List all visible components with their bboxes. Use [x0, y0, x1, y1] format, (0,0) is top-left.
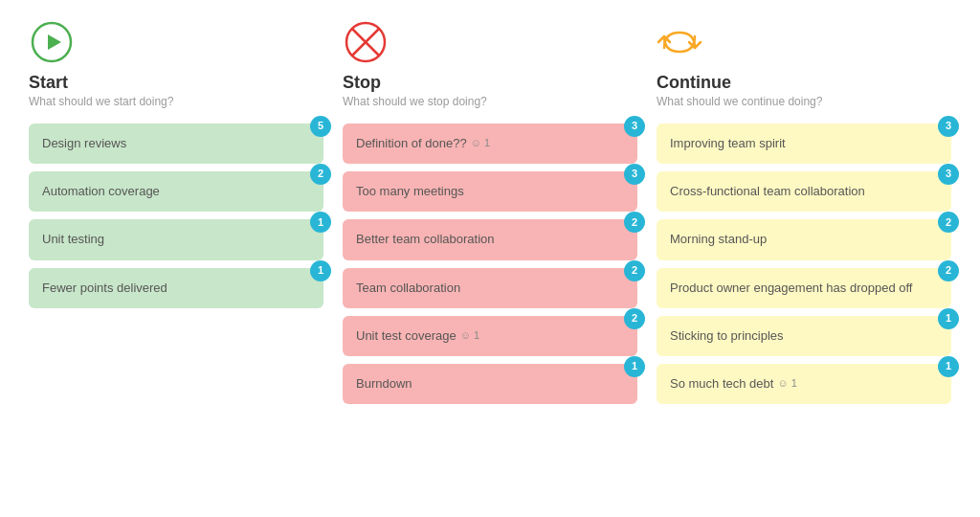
vote-badge: 3: [938, 164, 959, 185]
cards-list-stop: Definition of done?? ☺ 13Too many meetin…: [343, 124, 637, 404]
column-stop: StopWhat should we stop doing?Definition…: [343, 19, 637, 404]
list-item[interactable]: Sticking to principles1: [657, 316, 951, 356]
cards-list-start: Design reviews5Automation coverage2Unit …: [29, 124, 323, 308]
column-header-continue: ContinueWhat should we continue doing?: [657, 19, 951, 108]
card-text: Improving team spirit: [670, 135, 913, 152]
column-title-stop: Stop: [343, 73, 381, 93]
stop-icon: [343, 19, 389, 65]
comment-icon: ☺ 1: [471, 136, 490, 150]
card-text: So much tech debt ☺ 1: [670, 375, 913, 393]
card-text: Product owner engagement has dropped off: [670, 280, 913, 297]
list-item[interactable]: Morning stand-up2: [657, 219, 951, 259]
vote-badge: 3: [938, 116, 959, 137]
vote-badge: 5: [310, 116, 331, 137]
card-text: Too many meetings: [356, 183, 599, 200]
column-header-start: StartWhat should we start doing?: [29, 19, 323, 108]
vote-badge: 1: [310, 260, 331, 281]
list-item[interactable]: Too many meetings3: [343, 171, 637, 212]
vote-badge: 3: [624, 164, 645, 185]
card-text: Fewer points delivered: [42, 280, 285, 297]
column-subtitle-continue: What should we continue doing?: [657, 95, 822, 108]
cards-list-continue: Improving team spirit3Cross-functional t…: [657, 124, 951, 404]
list-item[interactable]: Definition of done?? ☺ 13: [343, 124, 637, 164]
vote-badge: 1: [310, 212, 331, 233]
list-item[interactable]: Team collaboration2: [343, 268, 637, 308]
comment-icon: ☺ 1: [777, 376, 796, 391]
card-text: Unit test coverage ☺ 1: [356, 327, 599, 345]
card-text: Sticking to principles: [670, 327, 913, 345]
card-text: Morning stand-up: [670, 231, 913, 248]
comment-icon: ☺ 1: [460, 328, 479, 343]
start-icon: [29, 19, 75, 65]
vote-badge: 2: [310, 164, 331, 185]
list-item[interactable]: So much tech debt ☺ 11: [657, 364, 951, 404]
vote-badge: 2: [938, 260, 959, 281]
column-title-start: Start: [29, 73, 68, 93]
retrospective-board: StartWhat should we start doing?Design r…: [29, 19, 951, 404]
column-subtitle-stop: What should we stop doing?: [343, 95, 487, 108]
list-item[interactable]: Better team collaboration2: [343, 219, 637, 259]
vote-badge: 2: [938, 212, 959, 233]
vote-badge: 2: [624, 260, 645, 281]
card-text: Cross-functional team collaboration: [670, 183, 913, 200]
list-item[interactable]: Burndown1: [343, 364, 637, 404]
list-item[interactable]: Design reviews5: [29, 124, 323, 164]
card-text: Definition of done?? ☺ 1: [356, 135, 599, 152]
list-item[interactable]: Improving team spirit3: [657, 124, 951, 164]
vote-badge: 1: [938, 308, 959, 329]
column-start: StartWhat should we start doing?Design r…: [29, 19, 323, 404]
vote-badge: 1: [938, 356, 959, 377]
column-subtitle-start: What should we start doing?: [29, 95, 173, 108]
list-item[interactable]: Automation coverage2: [29, 171, 323, 212]
list-item[interactable]: Fewer points delivered1: [29, 268, 323, 308]
card-text: Better team collaboration: [356, 231, 599, 248]
card-text: Automation coverage: [42, 183, 285, 200]
card-text: Design reviews: [42, 135, 285, 152]
svg-marker-1: [48, 34, 61, 50]
column-title-continue: Continue: [657, 73, 731, 93]
column-header-stop: StopWhat should we stop doing?: [343, 19, 637, 108]
list-item[interactable]: Cross-functional team collaboration3: [657, 171, 951, 212]
vote-badge: 2: [624, 212, 645, 233]
card-text: Team collaboration: [356, 280, 599, 297]
vote-badge: 1: [624, 356, 645, 377]
list-item[interactable]: Product owner engagement has dropped off…: [657, 268, 951, 308]
list-item[interactable]: Unit testing1: [29, 219, 323, 259]
list-item[interactable]: Unit test coverage ☺ 12: [343, 316, 637, 356]
vote-badge: 2: [624, 308, 645, 329]
column-continue: ContinueWhat should we continue doing?Im…: [657, 19, 951, 404]
continue-icon: [657, 19, 702, 65]
card-text: Burndown: [356, 375, 599, 393]
card-text: Unit testing: [42, 231, 285, 248]
vote-badge: 3: [624, 116, 645, 137]
